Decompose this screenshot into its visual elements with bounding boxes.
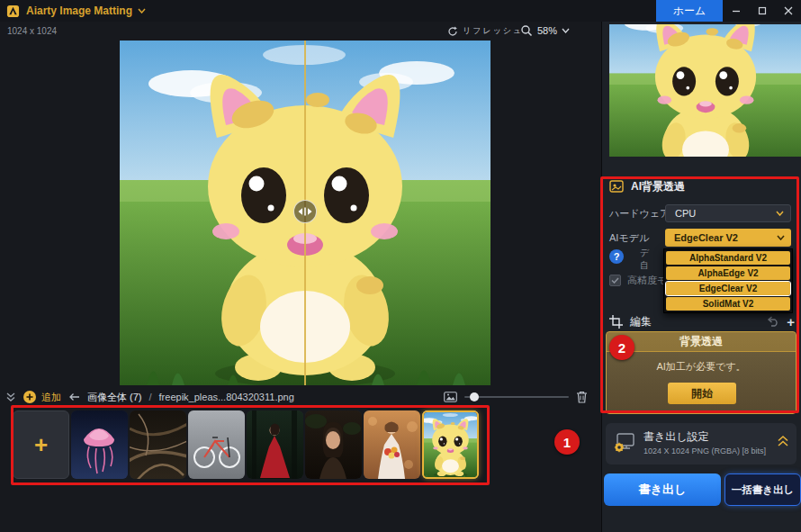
app-logo-icon <box>6 5 20 18</box>
start-button[interactable]: 開始 <box>668 383 736 404</box>
collapse-up-icon[interactable] <box>778 435 788 447</box>
ai-model-dropdown-list: AlphaStandard V2 AlphaEdge V2 EdgeClear … <box>663 248 793 313</box>
app-title: Aiarty Image Matting <box>26 5 132 17</box>
thumbnail-add-tile[interactable]: + <box>13 410 69 479</box>
compare-slider-handle[interactable] <box>293 200 317 223</box>
edit-label: 編集 <box>630 314 652 329</box>
ai-model-dropdown[interactable]: EdgeClear V2 <box>665 229 791 247</box>
export-settings-icon <box>614 433 635 453</box>
thumbnail-bicycle[interactable] <box>188 410 245 479</box>
background-removal-panel: 背景透過 AI加工が必要です。 開始 <box>606 331 796 414</box>
export-button[interactable]: 書き出し <box>604 473 721 506</box>
app-window: Aiarty Image Matting ホーム 1024 x 1024 リフレ… <box>0 0 801 532</box>
minimize-button[interactable] <box>723 0 749 22</box>
thumbnail-jellyfish[interactable] <box>71 410 128 479</box>
zoom-level: 58% <box>537 25 557 36</box>
thumbnail-size-slider[interactable] <box>464 396 569 398</box>
ai-matting-icon <box>609 179 624 194</box>
add-circle-icon <box>23 391 36 403</box>
thumbnail-bride-flowers[interactable] <box>364 410 420 479</box>
add-edit-icon[interactable]: + <box>787 314 795 329</box>
breadcrumb-separator: / <box>149 392 152 402</box>
ai-model-label: AIモデル <box>609 229 649 247</box>
thumbnail-yellow-cat-selected[interactable] <box>422 410 479 479</box>
hardware-chevron-icon <box>776 211 784 216</box>
refresh-label: リフレッシュ <box>463 25 523 37</box>
canvas-area: 1024 x 1024 リフレッシュ 58% <box>0 22 601 532</box>
export-settings-title: 書き出し設定 <box>644 429 709 445</box>
thumbnail-size-icon <box>444 392 457 402</box>
titlebar: Aiarty Image Matting ホーム <box>0 0 801 22</box>
image-stage <box>120 41 490 385</box>
magnifier-icon <box>520 24 533 37</box>
model-option-solidmat[interactable]: SolidMat V2 <box>666 297 790 311</box>
trash-icon[interactable] <box>576 391 588 403</box>
refresh-button[interactable]: リフレッシュ <box>447 25 523 37</box>
maximize-button[interactable] <box>749 0 775 22</box>
background-removal-title: 背景透過 <box>607 332 796 352</box>
compare-arrows-icon <box>297 205 313 218</box>
home-button[interactable]: ホーム <box>656 0 723 22</box>
thumbnail-branches[interactable] <box>130 410 186 479</box>
batch-export-button[interactable]: 一括書き出し <box>724 473 801 506</box>
right-panel: AI背景透過 ハードウェア CPU AIモデル EdgeClear V2 ? デ… <box>601 22 801 532</box>
export-settings-detail: 1024 X 1024 PNG (RGBA) [8 bits] <box>644 446 766 455</box>
thumbnail-woman-red-dress[interactable] <box>247 410 303 479</box>
edit-crop-icon[interactable] <box>609 315 623 329</box>
current-file-name: freepik_pleas...804320311.png <box>159 392 294 402</box>
back-arrow-icon[interactable] <box>68 392 80 401</box>
slider-handle[interactable] <box>470 392 479 401</box>
file-bar: 追加 画像全体 (7) / freepik_pleas...804320311.… <box>0 386 601 408</box>
image-dimensions-label: 1024 x 1024 <box>7 26 57 36</box>
collapse-panel-icon[interactable] <box>5 392 16 402</box>
thumbnail-woman-portrait[interactable] <box>305 410 362 479</box>
high-precision-label: 高精度モ <box>627 274 667 287</box>
ai-matting-section-header: AI背景透過 <box>609 178 685 194</box>
ai-matting-title: AI背景透過 <box>631 179 685 194</box>
ai-model-chevron-icon <box>777 235 785 240</box>
add-label: 追加 <box>41 391 61 404</box>
refresh-icon <box>447 26 458 37</box>
checkbox-icon[interactable] <box>609 275 621 286</box>
edit-section-row: 編集 + <box>609 313 795 329</box>
high-precision-checkbox-row[interactable]: 高精度モ <box>609 274 667 287</box>
truncated-text-detail: デ <box>640 247 649 259</box>
add-image-button[interactable]: 追加 <box>23 391 61 404</box>
export-buttons-row: 書き出し 一括書き出し <box>602 473 801 506</box>
image-preview-thumbnail <box>609 24 801 157</box>
breadcrumb-all-images[interactable]: 画像全体 (7) <box>87 391 142 404</box>
hardware-value: CPU <box>666 208 776 219</box>
truncated-text-auto: 自 <box>640 259 649 272</box>
undo-icon[interactable] <box>767 316 779 327</box>
close-button[interactable] <box>775 0 801 22</box>
hardware-label: ハードウェア <box>609 204 670 222</box>
model-option-edgeclear[interactable]: EdgeClear V2 <box>666 282 790 295</box>
ai-required-message: AI加工が必要です。 <box>607 360 796 374</box>
app-menu-chevron-icon[interactable] <box>138 8 146 14</box>
help-icon[interactable]: ? <box>609 249 624 264</box>
ai-model-value: EdgeClear V2 <box>665 232 777 243</box>
zoom-chevron-icon[interactable] <box>562 28 570 33</box>
model-option-alphaedge[interactable]: AlphaEdge V2 <box>666 266 790 280</box>
zoom-control[interactable]: 58% <box>520 24 570 37</box>
export-settings-card[interactable]: 書き出し設定 1024 X 1024 PNG (RGBA) [8 bits] <box>606 423 796 464</box>
hardware-dropdown[interactable]: CPU <box>665 204 791 222</box>
model-option-alphastandard[interactable]: AlphaStandard V2 <box>666 251 790 265</box>
